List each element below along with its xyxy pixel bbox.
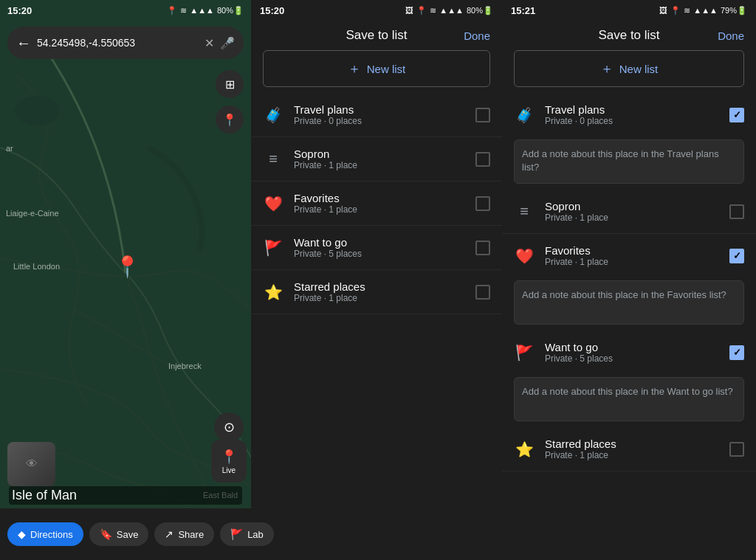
starred-icon: ⭐ <box>263 283 284 301</box>
layers-button[interactable]: ⊞ <box>216 70 244 98</box>
sopron-name: Sopron <box>294 148 465 160</box>
starred-checkbox[interactable] <box>475 285 490 300</box>
travel-plans-checkbox[interactable] <box>475 108 490 122</box>
directions-label: Directions <box>30 529 73 540</box>
right-want-to-go-info: Want to go Private · 5 places <box>545 341 719 364</box>
save-header-middle: Save to list Done <box>251 21 502 50</box>
mic-icon[interactable]: 🎤 <box>220 36 235 50</box>
right-starred-info: Starred places Private · 1 place <box>545 438 719 460</box>
favorites-name: Favorites <box>294 192 465 204</box>
compass-button[interactable]: ⊙ <box>214 412 244 442</box>
share-icon: ↗ <box>165 528 173 540</box>
list-item-travel-plans[interactable]: 🧳 Travel plans Private · 0 places <box>251 93 502 137</box>
compass-icon: ⊙ <box>224 419 235 435</box>
right-list-item-sopron[interactable]: ≡ Sopron Private · 1 place <box>502 190 756 234</box>
done-button-middle[interactable]: Done <box>464 30 490 42</box>
map-label-injebreck: Injebreck <box>168 362 202 370</box>
starred-sub: Private · 1 place <box>294 293 465 303</box>
want-to-go-sub: Private · 5 places <box>294 249 465 259</box>
label-label: Lab <box>247 529 264 540</box>
svg-point-1 <box>15 96 59 125</box>
right-want-to-go-name: Want to go <box>545 341 719 353</box>
right-list-item-travel-plans[interactable]: 🧳 Travel plans Private · 0 places <box>502 93 756 136</box>
new-list-button-middle[interactable]: ＋ New list <box>263 50 490 87</box>
list-item-starred[interactable]: ⭐ Starred places Private · 1 place <box>251 270 502 314</box>
right-favorites-info: Favorites Private · 1 place <box>545 244 719 267</box>
right-sopron-sub: Private · 1 place <box>545 212 719 223</box>
live-button[interactable]: 📍 Live <box>211 440 247 483</box>
right-want-to-go-icon: 🚩 <box>514 344 535 362</box>
layers-icon: ⊞ <box>225 77 235 91</box>
search-text: 54.245498,-4.550653 <box>37 37 199 49</box>
back-icon[interactable]: ← <box>16 35 31 52</box>
middle-photo-icon: 🖼 <box>405 6 413 15</box>
right-favorites-checkbox[interactable] <box>729 249 744 263</box>
map-pin-button[interactable]: 📍 <box>216 106 244 134</box>
right-signal-icon: ▲▲▲ <box>693 6 718 15</box>
search-bar[interactable]: ← 54.245498,-4.550653 ✕ 🎤 <box>7 27 244 59</box>
save-header-right: Save to list Done <box>502 21 756 50</box>
sopron-checkbox[interactable] <box>475 152 490 167</box>
share-label: Share <box>178 529 204 540</box>
directions-button[interactable]: ◆ Directions <box>7 522 83 546</box>
starred-info: Starred places Private · 1 place <box>294 280 465 303</box>
favorites-sub: Private · 1 place <box>294 204 465 215</box>
favorites-icon: ❤️ <box>263 195 284 212</box>
sopron-info: Sopron Private · 1 place <box>294 148 465 170</box>
right-want-to-go-checkbox[interactable] <box>729 345 744 360</box>
list-item-want-to-go[interactable]: 🚩 Want to go Private · 5 places <box>251 226 502 270</box>
right-status-icons: 🖼 📍 ≋ ▲▲▲ 79%🔋 <box>659 6 747 15</box>
right-want-to-go-sub: Private · 5 places <box>545 353 719 364</box>
right-travel-plans-icon: 🧳 <box>514 106 535 124</box>
signal-icon: ▲▲▲ <box>190 6 214 15</box>
wifi-icon: ≋ <box>180 6 187 15</box>
favorites-checkbox[interactable] <box>475 196 490 211</box>
directions-icon: ◆ <box>18 528 26 540</box>
favorites-info: Favorites Private · 1 place <box>294 192 465 215</box>
save-to-list-panel-right: 15:21 🖼 📍 ≋ ▲▲▲ 79%🔋 Save to list Done ＋… <box>502 0 756 560</box>
middle-signal-icon: ▲▲▲ <box>439 6 464 15</box>
right-travel-plans-checkbox[interactable] <box>729 108 744 122</box>
map-label-ar: ar <box>6 144 13 153</box>
right-status-bar: 15:21 🖼 📍 ≋ ▲▲▲ 79%🔋 <box>502 0 756 21</box>
starred-name: Starred places <box>294 280 465 293</box>
label-icon: 🚩 <box>230 528 243 540</box>
right-sopron-icon: ≡ <box>514 203 535 220</box>
travel-plans-name: Travel plans <box>294 103 465 116</box>
middle-status-icons: 🖼 📍 ≋ ▲▲▲ 80%🔋 <box>405 6 493 15</box>
right-starred-checkbox[interactable] <box>729 442 744 457</box>
label-button[interactable]: 🚩 Lab <box>220 522 274 546</box>
want-to-go-icon: 🚩 <box>263 239 284 257</box>
clear-icon[interactable]: ✕ <box>205 36 214 50</box>
want-to-go-name: Want to go <box>294 236 465 249</box>
list-items-middle: 🧳 Travel plans Private · 0 places ≡ Sopr… <box>251 93 502 560</box>
map-label-little-london: Little London <box>13 262 60 271</box>
live-icon: 📍 <box>221 449 237 465</box>
new-list-button-right[interactable]: ＋ New list <box>514 50 744 87</box>
save-label: Save <box>117 529 139 540</box>
right-list-item-favorites[interactable]: ❤️ Favorites Private · 1 place <box>502 234 756 277</box>
share-button[interactable]: ↗ Share <box>154 522 214 546</box>
right-list-item-want-to-go[interactable]: 🚩 Want to go Private · 5 places <box>502 331 756 374</box>
travel-plans-note[interactable]: Add a note about this place in the Trave… <box>514 139 744 184</box>
battery-text: 80%🔋 <box>217 6 244 15</box>
list-item-sopron[interactable]: ≡ Sopron Private · 1 place <box>251 137 502 182</box>
save-title-middle: Save to list <box>346 28 407 43</box>
street-view-thumbnail[interactable]: 👁 <box>7 442 55 486</box>
new-list-label-middle: New list <box>367 63 406 75</box>
right-list-item-starred[interactable]: ⭐ Starred places Private · 1 place <box>502 427 756 471</box>
done-button-right[interactable]: Done <box>718 30 744 42</box>
thumbnail-image: 👁 <box>7 442 55 486</box>
want-to-go-checkbox[interactable] <box>475 241 490 255</box>
want-to-go-note[interactable]: Add a note about this place in the Want … <box>514 377 744 421</box>
favorites-note[interactable]: Add a note about this place in the Favor… <box>514 280 744 325</box>
middle-status-time: 15:20 <box>260 5 284 16</box>
save-title-right: Save to list <box>598 28 659 43</box>
save-button[interactable]: 🔖 Save <box>89 522 149 546</box>
list-item-favorites[interactable]: ❤️ Favorites Private · 1 place <box>251 182 502 226</box>
right-sopron-info: Sopron Private · 1 place <box>545 200 719 223</box>
right-location-icon: 📍 <box>670 6 681 15</box>
right-travel-plans-info: Travel plans Private · 0 places <box>545 103 719 126</box>
plus-icon-middle: ＋ <box>348 60 361 77</box>
right-sopron-checkbox[interactable] <box>729 204 744 219</box>
